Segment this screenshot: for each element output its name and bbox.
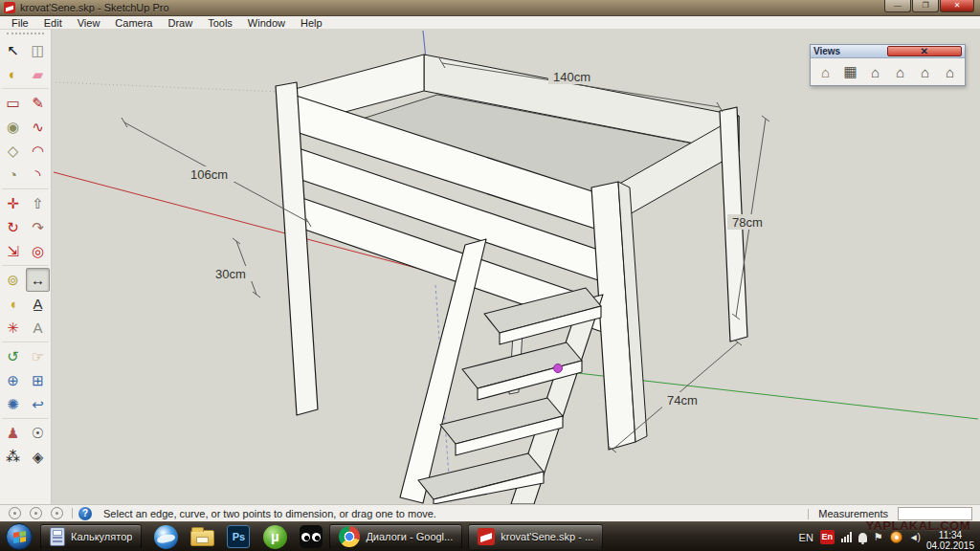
start-button[interactable] <box>6 523 33 550</box>
close-button[interactable]: ✕ <box>940 0 974 12</box>
status-bar: ? Select an edge, curve, or two points t… <box>0 504 980 521</box>
move-tool[interactable]: ✛ <box>1 191 25 215</box>
axes-tool[interactable]: ✳ <box>1 316 25 340</box>
credit-icon[interactable] <box>30 507 42 519</box>
language-indicator[interactable]: EN <box>799 532 813 543</box>
view-right-button[interactable]: ⌂ <box>889 61 911 82</box>
sketchup-taskbar-icon <box>478 528 495 545</box>
zoom-tool[interactable]: ⊕ <box>1 368 25 392</box>
polygon-tool[interactable]: ◇ <box>1 139 25 163</box>
position-camera-tool[interactable]: ♟ <box>1 421 25 445</box>
circle-tool[interactable]: ◉ <box>1 115 25 139</box>
geolocation-icon[interactable] <box>9 507 21 519</box>
zoom-window-tool[interactable]: ⊞ <box>26 368 50 392</box>
offset-tool[interactable]: ◎ <box>26 239 50 263</box>
tool-palette: ↖ ◫ ◐ ▰ ▭ ✎ ◉ ∿ ◇ ◠ ◔ ◝ ✛ ⇧ ↻ ↷ ⇲ ◎ ⊚ ↔ … <box>0 30 52 504</box>
dim-label-78cm[interactable]: 78cm <box>732 215 763 230</box>
clock[interactable]: 11:34 04.02.2015 <box>926 530 978 551</box>
toolbar-drag-handle[interactable] <box>7 33 44 36</box>
desktop: { "window": { "title": "krovat'Sene.skp … <box>0 0 980 551</box>
orbit-tool[interactable]: ↺ <box>1 344 25 368</box>
measurements-input[interactable] <box>898 507 972 520</box>
tape-measure-tool[interactable]: ⊚ <box>1 268 25 292</box>
zoom-extents-tool[interactable]: ✺ <box>1 392 25 416</box>
menu-file[interactable]: File <box>4 16 36 30</box>
view-back-button[interactable]: ⌂ <box>914 61 936 82</box>
menu-tools[interactable]: Tools <box>200 16 240 30</box>
tray-app-icon[interactable] <box>890 531 902 543</box>
freehand-tool[interactable]: ∿ <box>26 115 50 139</box>
pie-tool[interactable]: ◔ <box>1 163 25 187</box>
help-icon[interactable]: ? <box>78 507 92 520</box>
make-component-tool[interactable]: ◫ <box>26 38 50 62</box>
views-toolbar-title: Views <box>813 46 887 56</box>
look-around-tool[interactable]: ☉ <box>26 421 50 445</box>
sketchup-app-icon <box>4 2 15 13</box>
menu-camera[interactable]: Camera <box>107 16 160 30</box>
dim-label-106cm[interactable]: 106cm <box>190 167 228 182</box>
drawing-canvas[interactable]: 140cm 106cm 30cm 78cm 74cm <box>52 30 980 504</box>
rotate-tool[interactable]: ↻ <box>1 215 25 239</box>
dim-label-30cm[interactable]: 30cm <box>215 267 246 281</box>
taskbar-item-photoshop[interactable]: Ps <box>220 523 256 550</box>
photoshop-icon: Ps <box>227 525 250 548</box>
menu-window[interactable]: Window <box>240 16 293 30</box>
taskbar-item-google-earth[interactable] <box>147 523 184 550</box>
action-center-flag-icon[interactable]: ⚑ <box>874 531 883 543</box>
pan-tool[interactable]: ☞ <box>26 344 50 368</box>
folder-icon <box>190 530 214 546</box>
select-tool[interactable]: ↖ <box>1 38 25 62</box>
taskbar-item-eyes-app[interactable] <box>293 523 329 550</box>
line-tool[interactable]: ✎ <box>26 91 50 115</box>
measurements-divider <box>808 509 809 519</box>
network-signal-icon[interactable] <box>841 532 852 542</box>
views-toolbar: Views ✕ ⌂ ▦ ⌂ ⌂ ⌂ ⌂ <box>810 44 966 86</box>
taskbar-item-utorrent[interactable]: µ <box>256 523 293 550</box>
view-left-button[interactable]: ⌂ <box>939 61 961 82</box>
calculator-icon <box>50 527 65 546</box>
taskbar-item-explorer[interactable] <box>184 523 220 550</box>
dimension-tool[interactable]: ↔ <box>26 268 50 292</box>
menu-help[interactable]: Help <box>293 16 330 30</box>
menu-view[interactable]: View <box>70 16 108 30</box>
rectangle-tool[interactable]: ▭ <box>1 91 25 115</box>
taskbar-button-sketchup[interactable]: krovat'Sene.skp - ... <box>468 524 603 549</box>
zoom-previous-tool[interactable]: ↩ <box>26 392 50 416</box>
section-compass-tool[interactable]: ◈ <box>26 445 50 469</box>
dim-label-74cm[interactable]: 74cm <box>667 393 698 408</box>
arc-tool[interactable]: ◠ <box>26 139 50 163</box>
view-iso-button[interactable]: ⌂ <box>814 61 836 82</box>
taskbar-button-chrome[interactable]: Диалоги - Googl... <box>329 524 462 549</box>
model-viewport[interactable]: 140cm 106cm 30cm 78cm 74cm <box>52 30 980 504</box>
menu-draw[interactable]: Draw <box>160 16 200 30</box>
utorrent-icon: µ <box>263 525 287 549</box>
chrome-icon <box>339 526 360 547</box>
eraser-tool[interactable]: ▰ <box>26 62 50 86</box>
menu-edit[interactable]: Edit <box>36 16 70 30</box>
push-pull-tool[interactable]: ⇧ <box>26 191 50 215</box>
view-front-button[interactable]: ⌂ <box>864 61 886 82</box>
follow-me-tool[interactable]: ↷ <box>26 215 50 239</box>
views-toolbar-titlebar[interactable]: Views ✕ <box>811 45 965 58</box>
volume-icon[interactable]: ◄) <box>909 532 920 542</box>
two-point-arc-tool[interactable]: ◝ <box>26 163 50 187</box>
text-tool[interactable]: A̲ <box>26 292 50 316</box>
taskbar-button-calculator[interactable]: Калькулятор <box>40 524 142 549</box>
title-bar: krovat'Sene.skp - SketchUp Pro — ❐ ✕ <box>0 0 980 16</box>
window-title: krovat'Sene.skp - SketchUp Pro <box>20 2 169 13</box>
view-top-button[interactable]: ▦ <box>839 61 861 82</box>
walk-tool[interactable]: ⁂ <box>1 445 25 469</box>
dim-label-140cm[interactable]: 140cm <box>553 70 590 84</box>
notification-bell-icon[interactable] <box>858 533 867 542</box>
paint-bucket-tool[interactable]: ◐ <box>1 62 25 86</box>
sign-in-icon[interactable] <box>51 507 63 519</box>
views-close-icon[interactable]: ✕ <box>887 46 963 56</box>
scale-tool[interactable]: ⇲ <box>1 239 25 263</box>
protractor-tool[interactable]: ◖ <box>1 292 25 316</box>
punto-switcher-icon[interactable]: En <box>820 530 835 544</box>
toolbar-separator <box>2 188 49 189</box>
maximize-button[interactable]: ❐ <box>912 0 939 12</box>
menu-bar: File Edit View Camera Draw Tools Window … <box>0 16 980 30</box>
minimize-button[interactable]: — <box>884 0 911 12</box>
3d-text-tool[interactable]: A <box>26 316 50 340</box>
